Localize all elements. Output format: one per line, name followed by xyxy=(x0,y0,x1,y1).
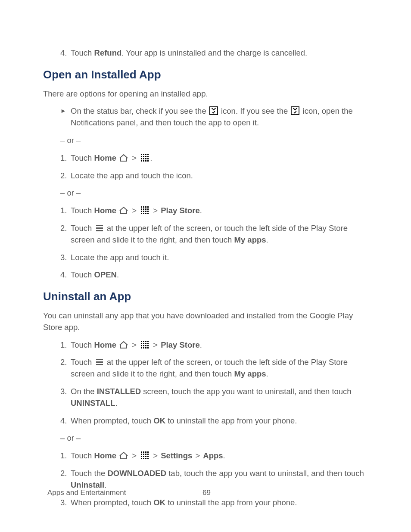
list-item: 4. Touch Refund. Your app is uninstalled… xyxy=(60,47,368,59)
bold-text: Refund xyxy=(94,48,122,57)
download-check-icon xyxy=(209,106,218,115)
bold-text: OK xyxy=(153,416,165,425)
apps-grid-icon xyxy=(140,153,149,162)
page-footer: Apps and Entertainment 69 xyxy=(47,488,366,498)
text: On the xyxy=(71,387,97,396)
text: Touch xyxy=(71,48,94,57)
list-number: 2. xyxy=(60,468,67,479)
separator: > xyxy=(153,340,158,349)
bullet-item: On the status bar, check if you see the … xyxy=(60,106,368,129)
list-item: 1. Touch Home > . xyxy=(60,152,368,164)
text: . xyxy=(266,369,268,378)
list-number: 3. xyxy=(60,386,67,398)
paragraph: There are options for opening an install… xyxy=(43,88,368,100)
text: Touch xyxy=(71,206,94,215)
list-item: 1. Touch Home > > Play Store. xyxy=(60,339,368,351)
text: Touch xyxy=(71,340,94,349)
list-item: 2. Touch at the upper left of the screen… xyxy=(60,223,368,246)
home-icon xyxy=(119,153,128,162)
list-number: 1. xyxy=(60,205,67,217)
separator: > xyxy=(132,340,137,349)
text: Touch the xyxy=(71,469,107,478)
text: . xyxy=(266,235,268,244)
list-number: 4. xyxy=(60,47,67,59)
text: . xyxy=(150,153,152,162)
list-item: 3. When prompted, touch OK to uninstall … xyxy=(60,497,368,509)
bold-text: Home xyxy=(94,153,116,162)
list-number: 2. xyxy=(60,223,67,234)
text: On the status bar, check if you see the xyxy=(71,106,209,115)
apps-grid-icon xyxy=(140,340,149,349)
text: Touch xyxy=(71,224,94,233)
bold-text: Apps xyxy=(203,451,223,460)
list-item: 3. Locate the app and touch it. xyxy=(60,252,368,264)
text: to uninstall the app from your phone. xyxy=(165,498,297,507)
footer-page-number: 69 xyxy=(202,488,211,498)
list-number: 2. xyxy=(60,170,67,182)
separator: > xyxy=(195,451,200,460)
bold-text: Home xyxy=(94,451,116,460)
separator: > xyxy=(132,153,137,162)
text: icon. If you see the xyxy=(219,106,290,115)
paragraph: You can uninstall any app that you have … xyxy=(43,310,368,333)
list-number: 4. xyxy=(60,269,67,281)
separator: > xyxy=(132,206,137,215)
apps-grid-icon xyxy=(140,206,149,215)
text: . xyxy=(223,451,225,460)
separator: > xyxy=(153,206,158,215)
heading-open-app: Open an Installed App xyxy=(43,67,368,83)
text: . xyxy=(115,398,117,408)
text: Locate the app and touch the icon. xyxy=(71,171,193,180)
menu-icon xyxy=(95,358,104,366)
separator: > xyxy=(132,451,137,460)
text: Touch xyxy=(71,451,94,460)
list-number: 1. xyxy=(60,152,67,164)
text: When prompted, touch xyxy=(71,416,153,425)
text: . Your app is uninstalled and the charge… xyxy=(121,48,307,57)
or-separator: – or – xyxy=(60,135,368,146)
list-number: 3. xyxy=(60,252,67,264)
download-check-icon xyxy=(290,106,300,115)
apps-grid-icon xyxy=(140,451,149,460)
or-separator: – or – xyxy=(60,187,368,199)
home-icon xyxy=(119,340,128,349)
bold-text: My apps xyxy=(234,369,266,378)
list-item: 2. Locate the app and touch the icon. xyxy=(60,170,368,182)
text: When prompted, touch xyxy=(71,498,153,507)
text: at the upper left of the screen, or touc… xyxy=(71,224,348,244)
bold-text: DOWNLOADED xyxy=(107,469,166,478)
heading-uninstall-app: Uninstall an App xyxy=(43,289,368,305)
home-icon xyxy=(119,206,128,215)
text: to uninstall the app from your phone. xyxy=(165,416,297,425)
text: Touch xyxy=(71,358,94,367)
list-number: 4. xyxy=(60,415,67,427)
bold-text: UNINSTALL xyxy=(71,398,115,408)
bold-text: OK xyxy=(153,498,165,507)
footer-section: Apps and Entertainment xyxy=(47,488,126,498)
text: tab, touch the app you want to uninstall… xyxy=(166,469,364,478)
bold-text: Home xyxy=(94,206,116,215)
or-separator: – or – xyxy=(60,432,368,444)
menu-icon xyxy=(95,224,104,232)
text: screen, touch the app you want to uninst… xyxy=(141,387,352,396)
list-item: 3. On the INSTALLED screen, touch the ap… xyxy=(60,386,368,409)
list-number: 2. xyxy=(60,357,67,368)
bold-text: Play Store xyxy=(161,206,200,215)
home-icon xyxy=(119,451,128,460)
list-item: 4. When prompted, touch OK to uninstall … xyxy=(60,415,368,427)
list-item: 4. Touch OPEN. xyxy=(60,269,368,281)
list-number: 1. xyxy=(60,450,67,462)
bold-text: INSTALLED xyxy=(97,387,141,396)
bold-text: Settings xyxy=(161,451,192,460)
text: Locate the app and touch it. xyxy=(71,253,169,262)
text: Touch xyxy=(71,270,94,279)
text: at the upper left of the screen, or touc… xyxy=(71,358,348,378)
bold-text: Home xyxy=(94,340,116,349)
list-item: 1. Touch Home > > Play Store. xyxy=(60,205,368,217)
list-number: 3. xyxy=(60,497,67,509)
bold-text: My apps xyxy=(234,235,266,244)
list-number: 1. xyxy=(60,339,67,351)
text: . xyxy=(117,270,119,279)
bold-text: Play Store xyxy=(161,340,200,349)
text: Touch xyxy=(71,153,94,162)
